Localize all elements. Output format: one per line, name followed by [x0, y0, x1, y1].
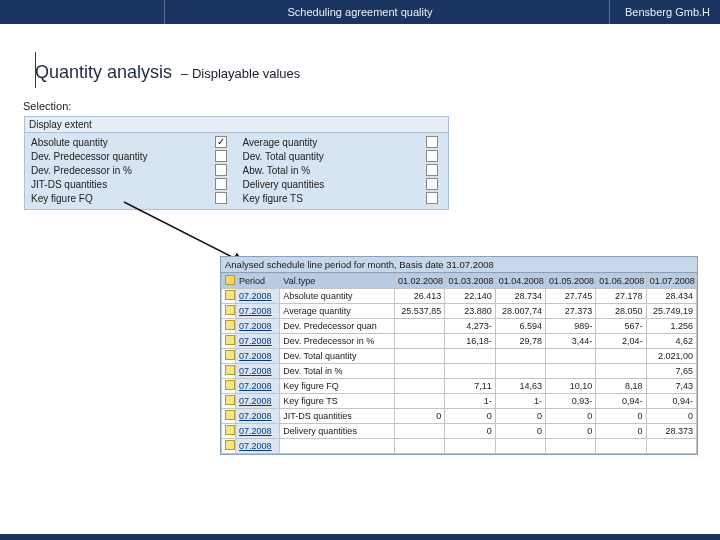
- value-cell: 14,63: [495, 379, 545, 394]
- value-cell: 0: [596, 424, 646, 439]
- value-cell: [495, 349, 545, 364]
- checkbox-key-figure-fq[interactable]: [215, 192, 227, 204]
- selection-grid: Absolute quantity Average quantity Dev. …: [25, 133, 448, 209]
- value-cell: 0: [445, 424, 495, 439]
- value-cell: [546, 439, 596, 454]
- valtype-cell: JIT-DS quantities: [280, 409, 395, 424]
- value-cell: 0: [495, 424, 545, 439]
- document-icon: [225, 290, 235, 300]
- valtype-cell: [280, 439, 395, 454]
- value-cell: [495, 439, 545, 454]
- period-cell[interactable]: 07.2008: [236, 289, 280, 304]
- period-cell[interactable]: 07.2008: [236, 349, 280, 364]
- value-cell: 1-: [495, 394, 545, 409]
- value-cell: 27.373: [546, 304, 596, 319]
- document-icon: [225, 305, 235, 315]
- table-row[interactable]: 07.2008Delivery quantities000028.373: [222, 424, 697, 439]
- document-icon: [225, 410, 235, 420]
- value-cell: 1-: [445, 394, 495, 409]
- checkbox-absolute-quantity[interactable]: [215, 136, 227, 148]
- banner-title: Scheduling agreement quality: [0, 6, 720, 18]
- table-header-row: Period Val.type 01.02.2008 01.03.2008 01…: [222, 274, 697, 289]
- checkbox-jit-ds-quantities[interactable]: [215, 178, 227, 190]
- option-label: Absolute quantity: [31, 137, 215, 148]
- period-cell[interactable]: 07.2008: [236, 439, 280, 454]
- period-cell[interactable]: 07.2008: [236, 364, 280, 379]
- checkbox-dev-predecessor-quantity[interactable]: [215, 150, 227, 162]
- option-label: Dev. Predecessor quantity: [31, 151, 215, 162]
- checkbox-key-figure-ts[interactable]: [426, 192, 438, 204]
- period-cell[interactable]: 07.2008: [236, 394, 280, 409]
- option-label: Dev. Predecessor in %: [31, 165, 215, 176]
- value-cell: 28.007,74: [495, 304, 545, 319]
- value-cell: 28.050: [596, 304, 646, 319]
- table-row[interactable]: 07.2008Absolute quantity26.41322.14028.7…: [222, 289, 697, 304]
- option-label: Key figure FQ: [31, 193, 215, 204]
- value-cell: 2.021,00: [646, 349, 696, 364]
- value-cell: 29,78: [495, 334, 545, 349]
- valtype-cell: Key figure TS: [280, 394, 395, 409]
- period-cell[interactable]: 07.2008: [236, 409, 280, 424]
- banner-divider-left: [164, 0, 165, 24]
- checkbox-delivery-quantities[interactable]: [426, 178, 438, 190]
- option-label: Delivery quantities: [243, 179, 427, 190]
- period-cell[interactable]: 07.2008: [236, 304, 280, 319]
- value-cell: 0: [546, 424, 596, 439]
- selection-panel-header: Display extent: [25, 117, 448, 133]
- value-cell: 16,18-: [445, 334, 495, 349]
- value-cell: 7,65: [646, 364, 696, 379]
- table-row[interactable]: 07.2008Dev. Total quantity2.021,00: [222, 349, 697, 364]
- checkbox-abw-total-pct[interactable]: [426, 164, 438, 176]
- table-row[interactable]: 07.2008Key figure TS1-1-0,93-0,94-0,94-: [222, 394, 697, 409]
- value-cell: [596, 439, 646, 454]
- col-header-month[interactable]: 01.07.2008: [646, 274, 696, 289]
- value-cell: 0: [495, 409, 545, 424]
- value-cell: [395, 439, 445, 454]
- value-cell: [395, 349, 445, 364]
- row-icon-cell: [222, 349, 236, 364]
- valtype-cell: Dev. Predecessor quan: [280, 319, 395, 334]
- col-header-month[interactable]: 01.04.2008: [495, 274, 545, 289]
- period-cell[interactable]: 07.2008: [236, 334, 280, 349]
- value-cell: 2,04-: [596, 334, 646, 349]
- value-cell: 25.749,19: [646, 304, 696, 319]
- value-cell: 0: [445, 409, 495, 424]
- checkbox-dev-predecessor-pct[interactable]: [215, 164, 227, 176]
- col-header-month[interactable]: 01.02.2008: [395, 274, 445, 289]
- value-cell: [445, 439, 495, 454]
- col-header-valtype[interactable]: Val.type: [280, 274, 395, 289]
- document-icon: [225, 350, 235, 360]
- col-header-month[interactable]: 01.03.2008: [445, 274, 495, 289]
- option-label: Abw. Total in %: [243, 165, 427, 176]
- period-cell[interactable]: 07.2008: [236, 424, 280, 439]
- col-header-month[interactable]: 01.06.2008: [596, 274, 646, 289]
- table-row[interactable]: 07.2008JIT-DS quantities000000: [222, 409, 697, 424]
- value-cell: [395, 319, 445, 334]
- table-row[interactable]: 07.2008Dev. Predecessor quan4.273-6.5949…: [222, 319, 697, 334]
- period-cell[interactable]: 07.2008: [236, 379, 280, 394]
- value-cell: 25.537,85: [395, 304, 445, 319]
- value-cell: [445, 364, 495, 379]
- col-header-icon[interactable]: [222, 274, 236, 289]
- col-header-period[interactable]: Period: [236, 274, 280, 289]
- table-row[interactable]: 07.2008Key figure FQ7,1114,6310,108,187,…: [222, 379, 697, 394]
- value-cell: 28.434: [646, 289, 696, 304]
- col-header-month[interactable]: 01.05.2008: [546, 274, 596, 289]
- valtype-cell: Dev. Total in %: [280, 364, 395, 379]
- value-cell: 6.594: [495, 319, 545, 334]
- row-icon-cell: [222, 319, 236, 334]
- period-cell[interactable]: 07.2008: [236, 319, 280, 334]
- table-row[interactable]: 07.2008Average quantity25.537,8523.88028…: [222, 304, 697, 319]
- table-row[interactable]: 07.2008Dev. Total in %7,65: [222, 364, 697, 379]
- table-row[interactable]: 07.2008: [222, 439, 697, 454]
- value-cell: 1.256: [646, 319, 696, 334]
- analysis-table: Analysed schedule line period for month,…: [220, 256, 698, 455]
- row-icon-cell: [222, 394, 236, 409]
- value-cell: [395, 379, 445, 394]
- document-icon: [225, 335, 235, 345]
- checkbox-average-quantity[interactable]: [426, 136, 438, 148]
- checkbox-dev-total-quantity[interactable]: [426, 150, 438, 162]
- value-cell: 0,94-: [646, 394, 696, 409]
- table-row[interactable]: 07.2008Dev. Predecessor in %16,18-29,783…: [222, 334, 697, 349]
- valtype-cell: Absolute quantity: [280, 289, 395, 304]
